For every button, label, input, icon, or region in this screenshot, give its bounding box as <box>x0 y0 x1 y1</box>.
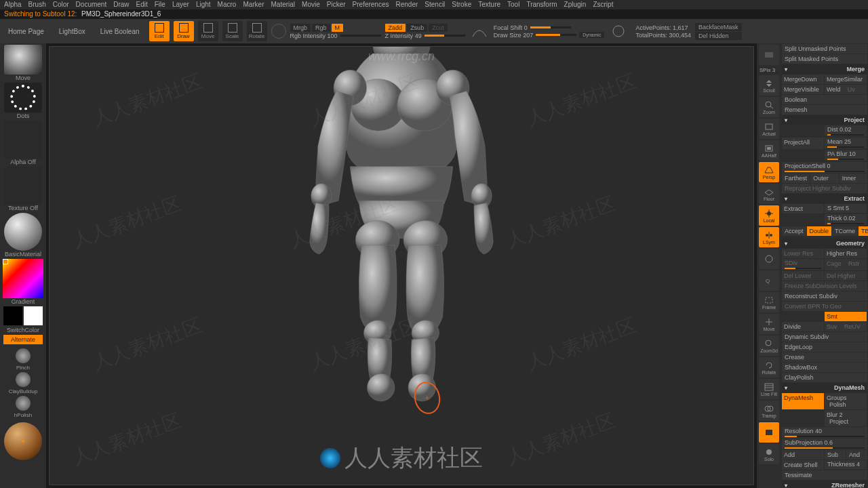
viewport-3d[interactable]: www.rrcg.cn 人人素材社区 人人素材社区 人人素材社区 人人素材社区 … <box>49 46 754 485</box>
section-geometry[interactable]: Geometry <box>782 239 867 248</box>
zoom-button[interactable]: Zoom <box>759 97 779 117</box>
transp-button[interactable]: Transp <box>759 401 779 421</box>
switch-color[interactable]: SwitchColor <box>7 327 39 333</box>
brush-preview[interactable] <box>4 422 42 460</box>
menu-picker[interactable]: Picker <box>327 1 346 9</box>
tab-lightbox[interactable]: LightBox <box>54 25 91 38</box>
alpha-slot[interactable]: Alpha Off <box>3 121 43 165</box>
gyro-icon[interactable] <box>271 24 286 39</box>
recent-brush-pinch[interactable] <box>16 348 31 363</box>
double[interactable]: Double <box>807 226 832 236</box>
divide[interactable]: Divide <box>782 322 824 331</box>
inner[interactable]: Inner <box>840 174 867 183</box>
btn-zsub[interactable]: Zsub <box>407 24 427 32</box>
section-project[interactable]: Project <box>782 115 867 125</box>
add-btn[interactable]: Add <box>782 450 824 460</box>
local-button[interactable]: Local <box>759 205 779 226</box>
mode-rotate[interactable]: Rotate <box>247 21 267 41</box>
dynamic-subdiv[interactable]: Dynamic Subdiv <box>782 332 867 342</box>
claypolish[interactable]: ClayPolish <box>782 373 867 382</box>
menu-macro[interactable]: Macro <box>218 1 237 9</box>
menu-movie[interactable]: Movie <box>302 1 320 9</box>
section-dynamesh[interactable]: DynaMesh <box>782 383 867 392</box>
menu-zplugin[interactable]: Zplugin <box>564 1 587 9</box>
menu-layer[interactable]: Layer <box>172 1 189 9</box>
remesh[interactable]: Remesh <box>782 105 867 115</box>
mergesimilar[interactable]: MergeSimilar <box>825 75 867 84</box>
farthest[interactable]: Farthest <box>782 174 810 183</box>
split-unmasked[interactable]: Split Unmasked Points <box>782 44 867 54</box>
zoom3d-button[interactable]: Zoom3d <box>759 336 779 356</box>
stroke-slot[interactable]: Dots <box>3 83 43 119</box>
createshell[interactable]: Create Shell <box>782 460 824 470</box>
resolution-slider[interactable]: Resolution 40 <box>782 427 867 438</box>
tborde[interactable]: TBorde <box>859 226 868 236</box>
crease[interactable]: Crease <box>782 352 867 362</box>
mode-edit[interactable]: Edit <box>149 21 170 41</box>
mergevisible[interactable]: MergeVisible <box>782 85 824 94</box>
menu-document[interactable]: Document <box>76 1 107 9</box>
texture-slot[interactable]: Texture Off <box>3 167 43 211</box>
menu-marker[interactable]: Marker <box>243 1 264 9</box>
material-slot[interactable]: BasicMaterial <box>3 213 43 258</box>
move3d-button[interactable]: Move <box>759 314 779 334</box>
menu-render[interactable]: Render <box>396 1 418 9</box>
tab-home[interactable]: Home Page <box>3 25 50 38</box>
draw-size-label[interactable]: Draw Size 207 <box>494 32 534 39</box>
tcorne[interactable]: TCorne <box>832 226 858 236</box>
focal-curve-icon[interactable] <box>469 21 490 41</box>
split-masked[interactable]: Split Masked Points <box>782 54 867 64</box>
shadowbox[interactable]: ShadowBox <box>782 363 867 372</box>
size-curve-icon[interactable] <box>608 21 629 41</box>
mergedown[interactable]: MergeDown <box>782 75 824 84</box>
btn-rgb[interactable]: Rgb <box>312 24 330 32</box>
focal-shift-label[interactable]: Focal Shift 0 <box>494 24 528 31</box>
menu-stencil[interactable]: Stencil <box>425 1 445 9</box>
menu-light[interactable]: Light <box>196 1 211 9</box>
bpr-button[interactable] <box>759 45 779 65</box>
menu-stroke[interactable]: Stroke <box>452 1 471 9</box>
boolean[interactable]: Boolean <box>782 95 867 104</box>
recent-brush-hpolish[interactable] <box>16 396 31 411</box>
rgb-intensity-label[interactable]: Rgb Intensity 100 <box>290 33 338 39</box>
z-intensity-label[interactable]: Z Intensity 49 <box>385 33 422 39</box>
reconstruct[interactable]: Reconstruct Subdiv <box>782 291 867 301</box>
floor-button[interactable]: Floor <box>759 184 779 204</box>
sub-btn[interactable]: Sub <box>825 450 846 460</box>
mode-scale[interactable]: Scale <box>222 21 243 41</box>
mode-move[interactable]: Move <box>198 21 218 41</box>
mean-slider[interactable]: Mean 25 <box>825 138 867 148</box>
xpose-button[interactable] <box>759 249 779 269</box>
spix-slider[interactable]: SPix 3 <box>759 66 779 74</box>
ssmt-slider[interactable]: S Smt 5 <box>825 204 867 213</box>
btn-m[interactable]: M <box>332 24 344 32</box>
btn-mrgb[interactable]: Mrgb <box>290 24 311 32</box>
rotate-button[interactable]: Rotate <box>759 357 779 378</box>
section-extract[interactable]: Extract <box>782 194 867 203</box>
recent-brush-clay[interactable] <box>16 372 31 387</box>
and-btn[interactable]: And <box>846 450 867 460</box>
edgeloop[interactable]: EdgeLoop <box>782 342 867 352</box>
pablur-slider[interactable]: PA Blur 10 <box>825 150 867 161</box>
btn-zadd[interactable]: Zadd <box>385 24 406 32</box>
section-zremesher[interactable]: ZRemesher <box>782 481 867 488</box>
actual-button[interactable]: Actual <box>759 119 779 139</box>
menu-alpha[interactable]: Alpha <box>4 1 22 9</box>
color-white[interactable] <box>24 306 43 325</box>
menu-tool[interactable]: Tool <box>507 1 519 9</box>
color-picker[interactable]: Gradient <box>3 259 43 305</box>
aahalf-button[interactable]: AAHalf <box>759 140 779 161</box>
btn-dynamic[interactable]: Dynamic <box>579 32 604 38</box>
frame-button[interactable]: Frame <box>759 292 779 312</box>
dynamic-button[interactable] <box>759 422 779 443</box>
color-black[interactable] <box>3 306 22 325</box>
btn-zcut[interactable]: Zcut <box>429 24 448 32</box>
tessimate[interactable]: Tessimate <box>782 470 867 480</box>
outer[interactable]: Outer <box>810 174 838 183</box>
projshell-slider[interactable]: ProjectionShell 0 <box>782 162 867 173</box>
thick-slider[interactable]: Thick 0.02 <box>825 214 867 225</box>
btn-delhidden[interactable]: Del Hidden <box>695 32 742 40</box>
menu-draw[interactable]: Draw <box>113 1 129 9</box>
solo-button[interactable]: Solo <box>759 444 779 464</box>
btn-alternate[interactable]: Alternate <box>3 335 43 344</box>
